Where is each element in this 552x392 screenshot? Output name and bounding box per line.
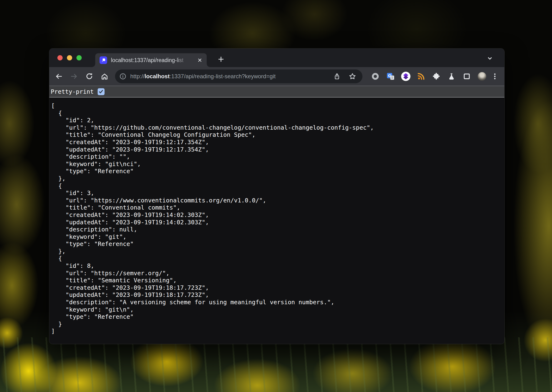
url-path: :1337/api/reading-list-search?keyword=gi… — [170, 73, 276, 79]
extensions-puzzle-icon[interactable] — [430, 71, 442, 82]
desktop-background: localhost:1337/api/reading-list — [0, 0, 552, 392]
tab-strip: localhost:1337/api/reading-list — [49, 49, 504, 67]
svg-text:文: 文 — [391, 76, 394, 79]
strapi-favicon-icon — [100, 56, 107, 64]
info-icon[interactable] — [119, 73, 126, 80]
daffodil-stems-texture — [0, 337, 552, 392]
avatar-image — [478, 72, 486, 81]
omnibox-actions — [333, 73, 356, 80]
json-response-view: [ { "id": 2, "url": "https://github.com/… — [49, 98, 504, 343]
browser-tab[interactable]: localhost:1337/api/reading-list — [95, 53, 207, 67]
google-translate-icon[interactable]: G 文 — [385, 71, 396, 82]
window-controls — [57, 55, 82, 60]
url-scheme: http:// — [130, 73, 145, 79]
tab-close-icon[interactable] — [197, 57, 203, 63]
side-panel-icon[interactable] — [461, 71, 472, 82]
zoom-window-button[interactable] — [76, 55, 82, 60]
bookmark-star-icon[interactable] — [349, 73, 356, 80]
back-button[interactable] — [53, 71, 65, 82]
flask-extension-icon[interactable] — [446, 71, 457, 82]
browser-window: localhost:1337/api/reading-list — [49, 49, 504, 344]
toolbar: http://localhost:1337/api/reading-list-s… — [49, 67, 504, 86]
reload-button[interactable] — [84, 71, 95, 82]
url-text: http://localhost:1337/api/reading-list-s… — [130, 73, 276, 80]
close-window-button[interactable] — [57, 55, 63, 60]
tab-title: localhost:1337/api/reading-list — [111, 57, 189, 63]
new-tab-button[interactable] — [216, 54, 226, 64]
json-text: [ { "id": 2, "url": "https://github.com/… — [49, 98, 504, 335]
pretty-print-label: Pretty-print — [51, 88, 94, 95]
kebab-menu-icon[interactable] — [489, 71, 501, 82]
ring-extension-icon[interactable] — [370, 71, 381, 82]
url-bar[interactable]: http://localhost:1337/api/reading-list-s… — [115, 70, 363, 83]
forward-button — [68, 71, 80, 82]
tab-search-chevron-icon[interactable] — [485, 54, 495, 62]
minimize-window-button[interactable] — [67, 55, 72, 60]
rss-icon[interactable] — [415, 71, 427, 82]
pretty-print-checkbox[interactable] — [98, 88, 105, 95]
profile-avatar[interactable] — [476, 71, 488, 82]
home-button[interactable] — [99, 71, 110, 82]
url-host: localhost — [145, 73, 170, 79]
share-icon[interactable] — [333, 73, 341, 80]
purple-gem-extension-icon[interactable] — [400, 71, 412, 82]
pretty-print-bar: Pretty-print — [49, 86, 504, 98]
